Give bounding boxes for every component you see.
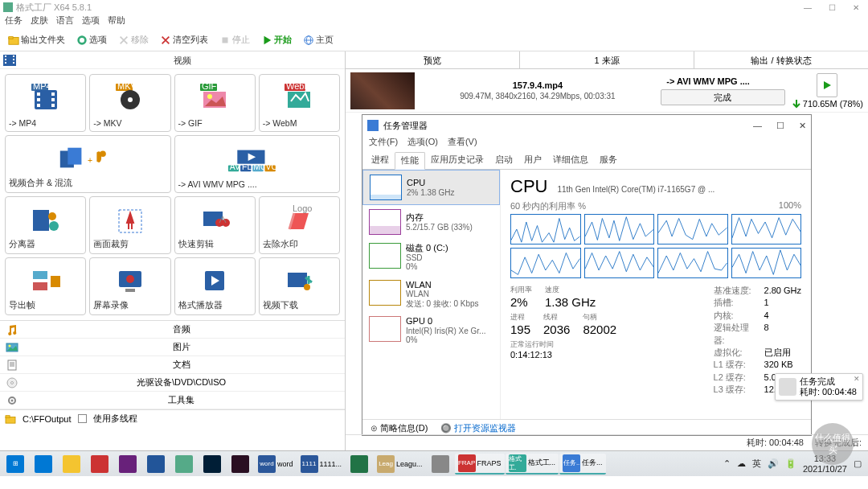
options-button[interactable]: 选项 xyxy=(73,32,110,47)
svg-rect-8 xyxy=(5,55,6,57)
svg-rect-11 xyxy=(13,55,14,57)
taskbar-app[interactable]: 任务..任务... xyxy=(559,454,606,475)
job-row[interactable]: 157.9.4.mp4 909.47M, 3840x2160, 34.29Mbp… xyxy=(346,69,868,113)
taskbar-app[interactable] xyxy=(30,454,57,475)
close-button[interactable]: ✕ xyxy=(844,0,868,14)
taskbar-app[interactable] xyxy=(227,454,254,475)
menu-task[interactable]: 任务 xyxy=(5,14,23,29)
tab-history[interactable]: 应用历史记录 xyxy=(425,152,489,169)
format-tile[interactable]: Logo去除水印 xyxy=(259,196,340,254)
taskbar-app[interactable] xyxy=(346,454,373,475)
open-resmon-link[interactable]: 🔘 打开资源监视器 xyxy=(440,422,516,434)
tm-titlebar[interactable]: 任务管理器 — ☐ ✕ xyxy=(362,115,811,136)
svg-point-30 xyxy=(207,94,212,99)
cpu-heading: CPU xyxy=(510,176,547,197)
output-path[interactable]: C:\FFOutput xyxy=(23,414,72,424)
svg-rect-1 xyxy=(9,36,13,39)
notification-toast[interactable]: 任务完成耗时: 00:04:48 ✕ xyxy=(775,373,863,401)
toolkit-section[interactable]: 工具集 xyxy=(0,392,345,409)
format-tile[interactable]: 导出帧 xyxy=(5,257,86,315)
tab-services[interactable]: 服务 xyxy=(594,152,623,169)
tm-side-item[interactable]: GPU 0Intel(R) Iris(R) Xe Gr...0% xyxy=(362,312,500,349)
play-output-button[interactable] xyxy=(817,73,837,97)
format-tile[interactable]: 屏幕录像 xyxy=(89,257,170,315)
cpu-model: 11th Gen Intel(R) Core(TM) i7-1165G7 @ .… xyxy=(557,185,801,194)
taskbar-app[interactable] xyxy=(427,454,454,475)
tab-users[interactable]: 用户 xyxy=(518,152,547,169)
format-tile[interactable]: 格式播放器 xyxy=(174,257,256,315)
homepage-button[interactable]: 主页 xyxy=(300,32,337,47)
tab-performance[interactable]: 性能 xyxy=(395,152,425,170)
svg-text:VOB: VOB xyxy=(265,162,283,171)
taskbar-app[interactable] xyxy=(86,454,113,475)
tm-menu-file[interactable]: 文件(F) xyxy=(369,136,398,152)
menu-lang[interactable]: 语言 xyxy=(56,14,74,29)
taskbar-app[interactable] xyxy=(114,454,141,475)
stop-button[interactable]: 停止 xyxy=(216,32,253,47)
job-done-button[interactable]: 完成 xyxy=(661,89,785,105)
taskbar-app[interactable] xyxy=(199,454,226,475)
svg-rect-33 xyxy=(288,92,310,108)
tm-minimize[interactable]: — xyxy=(753,121,762,131)
format-tile[interactable]: WebM-> WebM xyxy=(259,74,340,132)
tm-maximize[interactable]: ☐ xyxy=(776,121,784,131)
format-tile[interactable]: 分离器 xyxy=(5,196,86,254)
menu-options[interactable]: 选项 xyxy=(82,14,100,29)
tm-menu-options[interactable]: 选项(O) xyxy=(407,136,438,152)
source-header[interactable]: 1 来源 xyxy=(519,51,694,68)
notif-close[interactable]: ✕ xyxy=(854,375,860,383)
start-button[interactable]: 开始 xyxy=(258,32,295,47)
show-desktop[interactable]: ▢ xyxy=(854,458,862,469)
taskbar-app[interactable] xyxy=(58,454,85,475)
format-tile[interactable]: GIF-> GIF xyxy=(174,74,256,132)
taskbar-app[interactable]: wordword xyxy=(255,454,297,475)
cpu-handle: 82002 xyxy=(583,323,616,336)
taskbar-app[interactable]: ⊞ xyxy=(2,454,29,475)
format-tile[interactable]: 快速剪辑 xyxy=(174,196,256,254)
preview-header[interactable]: 预览 xyxy=(346,51,519,68)
menu-skin[interactable]: 皮肤 xyxy=(31,14,48,29)
tab-startup[interactable]: 启动 xyxy=(489,152,518,169)
clear-list-button[interactable]: 清空列表 xyxy=(157,32,211,47)
format-tile[interactable]: MKV-> MKV xyxy=(89,74,170,132)
job-target: -> AVI WMV MPG .... xyxy=(666,76,779,86)
format-tile[interactable]: 视频下载 xyxy=(259,257,340,315)
taskbar-app[interactable]: 格式工.格式工... xyxy=(506,454,559,475)
image-section[interactable]: 图片 xyxy=(0,339,345,356)
menu-help[interactable]: 帮助 xyxy=(108,14,125,29)
cpu-thread: 2036 xyxy=(543,323,570,336)
taskbar-app[interactable]: 11111111... xyxy=(297,454,346,475)
tm-icon xyxy=(367,120,379,131)
format-tile[interactable]: MP4-> MP4 xyxy=(5,74,86,132)
remove-button[interactable]: 移除 xyxy=(115,32,152,47)
taskbar-app[interactable] xyxy=(142,454,170,475)
tm-side-item[interactable]: WLANWLAN发送: 0 接收: 0 Kbps xyxy=(362,276,500,313)
tm-close[interactable]: ✕ xyxy=(799,121,806,131)
document-section[interactable]: 文档 xyxy=(0,356,345,374)
output-folder-button[interactable]: 输出文件夹 xyxy=(5,32,68,47)
tab-processes[interactable]: 进程 xyxy=(366,152,395,169)
optical-section[interactable]: 光驱设备\DVD\CD\ISO xyxy=(0,374,345,392)
tm-menu-view[interactable]: 查看(V) xyxy=(448,136,477,152)
video-section-header[interactable]: 视频 xyxy=(0,51,345,69)
tm-side-item[interactable]: CPU2% 1.38 GHz xyxy=(362,170,500,205)
output-header[interactable]: 输出 / 转换状态 xyxy=(694,51,868,68)
taskbar-app[interactable]: FRAPFRAPS xyxy=(455,454,505,475)
format-tile[interactable]: +视频合并 & 混流 xyxy=(5,135,171,193)
tab-details[interactable]: 详细信息 xyxy=(547,152,594,169)
format-tile[interactable]: 画面裁剪 xyxy=(89,196,170,254)
format-tile[interactable]: AVIFLVMOVVOB-> AVI WMV MPG .... xyxy=(174,135,341,193)
multithread-checkbox[interactable] xyxy=(78,414,87,423)
left-panel: 视频 MP4-> MP4MKV-> MKVGIF-> GIFWebM-> Web… xyxy=(0,51,346,450)
brief-toggle[interactable]: ⊙ 简略信息(D) xyxy=(371,422,428,434)
minimize-button[interactable]: — xyxy=(796,0,820,14)
svg-text:+: + xyxy=(88,156,92,165)
svg-text:MP4: MP4 xyxy=(33,84,51,91)
audio-section[interactable]: 音频 xyxy=(0,321,345,339)
taskbar-app[interactable] xyxy=(170,454,198,475)
maximize-button[interactable]: ☐ xyxy=(820,0,844,14)
tm-side-item[interactable]: 内存5.2/15.7 GB (33%) xyxy=(362,205,500,239)
tm-side-item[interactable]: 磁盘 0 (C:)SSD0% xyxy=(362,239,500,276)
cpu-proc: 195 xyxy=(510,323,530,336)
taskbar-app[interactable]: LeagLeagu... xyxy=(374,454,426,475)
